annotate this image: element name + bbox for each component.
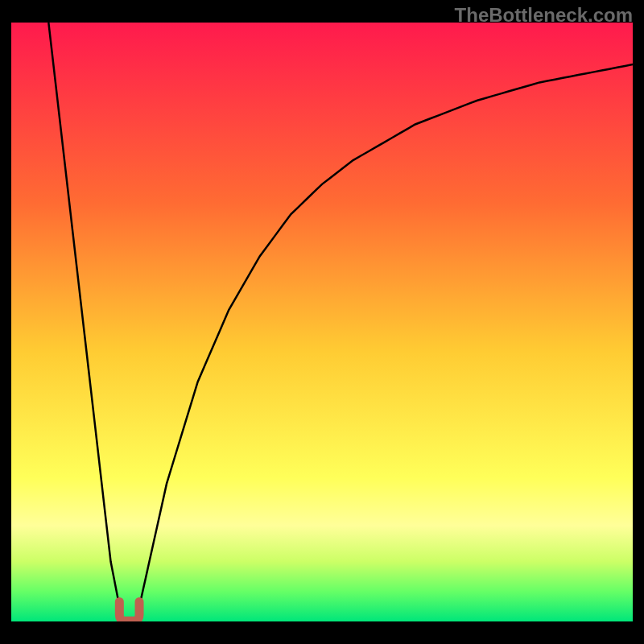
valley-marker — [119, 601, 139, 621]
curve-path — [48, 23, 633, 621]
watermark-text: TheBottleneck.com — [455, 4, 633, 27]
chart-frame: TheBottleneck.com — [0, 0, 644, 644]
chart-plot-area — [11, 23, 633, 621]
bottleneck-curve — [11, 23, 633, 621]
